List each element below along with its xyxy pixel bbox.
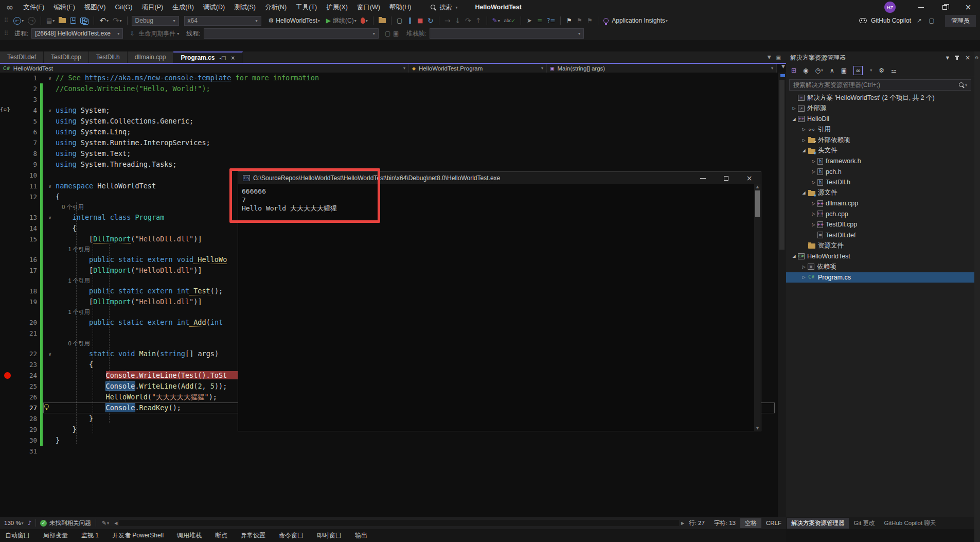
restart-button[interactable]: ↻ [426,15,435,26]
dock-tab-[interactable]: 调用堆栈 [177,531,202,540]
properties-wrench-icon[interactable]: ⚙ [879,67,884,74]
breakpoint-margin[interactable] [0,370,17,381]
breakpoint-margin[interactable] [0,424,17,435]
breadcrumb-segment[interactable]: ▣Main(string[] args)▾ [547,64,777,73]
close-button[interactable]: × [956,0,980,14]
breakpoint-icon[interactable] [4,372,11,379]
menu-item-N[interactable]: 分析(N) [260,0,291,14]
fold-margin[interactable]: ∨ [44,215,56,220]
breakpoint-margin[interactable] [0,170,17,181]
expand-arrow-icon[interactable]: ▷ [810,159,817,164]
prev-bookmark-icon[interactable]: ⚑ [575,15,583,26]
horizontal-scrollbar[interactable] [119,520,679,526]
tab-Program.cs[interactable]: Program.cs-□× [173,51,242,63]
breakpoint-margin[interactable] [0,127,17,137]
tree-item-[interactable]: ◢头文件 [786,146,974,156]
breakpoint-margin[interactable] [0,191,17,202]
tree-item-HelloWorldTest[interactable]: ◢C#HelloWorldTest [786,251,974,262]
tree-item-pchh[interactable]: ▷hpch.h [786,167,974,178]
breakpoint-margin[interactable] [0,403,17,413]
tree-item-HelloDll[interactable]: ◢++HelloDll [786,114,974,125]
menu-item-F[interactable]: 文件(F) [19,0,49,14]
next-bookmark-icon[interactable]: ⚑ [585,15,594,26]
menu-item-GitG[interactable]: Git(G) [110,0,137,14]
expand-arrow-icon[interactable]: ◢ [800,190,808,195]
float-window-icon[interactable]: ▣ [776,55,781,60]
save-all-button[interactable] [79,15,90,26]
code-line-4[interactable]: {▫}4∨using System; [0,105,777,116]
application-insights-button[interactable]: Application Insights ▾ [602,15,668,26]
expand-arrow-icon[interactable]: ▷ [800,265,808,269]
breakpoint-margin[interactable] [0,181,17,191]
fold-margin[interactable]: ∨ [44,108,56,113]
breakpoint-margin[interactable] [0,116,17,127]
breakpoint-margin[interactable] [0,359,17,370]
tree-item-[interactable]: ▷↗外部源 [786,103,974,114]
process-select[interactable]: [26648] HelloWorldTest.exe▾ [31,28,123,39]
redo-button[interactable]: ↷▾ [112,15,123,26]
menu-item-T[interactable]: 工具(T) [291,0,322,14]
tree-item-TestDlldef[interactable]: ≡TestDll.def [786,230,974,241]
menu-item-W[interactable]: 窗口(W) [352,0,385,14]
stop-button[interactable]: ■ [416,15,424,26]
menu-item-B[interactable]: 生成(B) [168,0,199,14]
breakpoint-margin[interactable] [0,276,17,286]
breakpoint-margin[interactable] [0,265,17,276]
startup-project-select[interactable]: ⚙ HelloWorldTest ▾ [268,15,321,26]
solution-platform-select[interactable]: x64▾ [184,16,261,26]
menu-item-D[interactable]: 调试(D) [199,0,229,14]
solution-configuration-select[interactable]: Debug▾ [132,16,179,26]
breakpoint-margin[interactable] [0,148,17,159]
tree-item-[interactable]: 资源文件 [786,240,974,251]
tree-item-[interactable]: ▷外部依赖项 [786,135,974,146]
breakpoint-margin[interactable] [0,392,17,403]
expand-arrow-icon[interactable]: ▷ [810,180,817,185]
dock-tab-[interactable]: 命令窗口 [279,531,304,540]
hscroll-left-arrow-icon[interactable]: ◀ [114,521,117,526]
breakpoint-margin[interactable] [0,286,17,296]
thread-select[interactable]: ▾ [204,28,379,39]
window-position-chevron-icon[interactable]: ▼ [946,56,949,60]
audio-icon[interactable]: ♪ [28,519,31,527]
undo-button[interactable]: ↶▾ [98,15,110,26]
dock-tab-[interactable]: 即时窗口 [317,531,342,540]
fold-margin[interactable]: ∨ [44,76,56,81]
share-icon[interactable]: ↗ [915,15,923,26]
dock-tab-[interactable]: 自动窗口 [5,531,30,540]
indentation-mode-indicator[interactable]: 空格 [740,518,761,528]
breakpoint-margin[interactable] [0,83,17,94]
tree-item-HelloWorldTest22[interactable]: ∞解决方案 'HelloWorldTest' (2 个项目, 共 2 个) [786,93,974,103]
right-edge-collapsed-panel[interactable]: ⚙ [974,51,980,542]
account-avatar[interactable]: HZ [884,2,896,13]
code-line-2[interactable]: 2//Console.WriteLine("Hello, World!"); [0,83,777,94]
code-line-9[interactable]: 9using System.Threading.Tasks; [0,159,777,170]
breakpoint-margin[interactable] [0,234,17,244]
pause-button[interactable]: ‖ [406,15,414,26]
close-icon[interactable]: × [231,55,235,61]
breakpoint-margin[interactable] [0,317,17,328]
stack-frame-select[interactable]: ▾ [430,28,584,39]
expand-arrow-icon[interactable]: ▷ [810,169,817,174]
breakpoint-margin[interactable] [0,381,17,392]
breadcrumb-segment[interactable]: C#HelloWorldTest▾ [0,64,409,73]
menu-item-P[interactable]: 项目(P) [137,0,168,14]
expand-arrow-icon[interactable]: ◢ [790,254,798,258]
zoom-level-select[interactable]: 130 % [4,520,21,526]
breakpoint-margin[interactable] [0,339,17,348]
breakpoint-margin[interactable] [0,348,17,359]
new-project-button[interactable]: ▤▾ [45,15,56,26]
expand-arrow-icon[interactable]: ▷ [790,106,798,111]
panel-tab-GitHubCopilot[interactable]: GitHub Copilot 聊天 [880,518,940,529]
navigate-back-button[interactable]: ←▾ [12,15,25,26]
breakpoint-margin[interactable] [0,307,17,317]
show-all-files-icon[interactable]: ⚍ [891,67,897,74]
open-folder-button[interactable] [58,15,67,26]
tree-item-[interactable]: ▷o-o引用 [786,125,974,135]
code-line-31[interactable]: 31 [0,446,777,457]
show-next-statement-icon[interactable]: → [443,15,452,26]
fold-margin[interactable]: ∨ [44,184,56,189]
minimize-button[interactable] [909,0,933,14]
spell-check-icon[interactable]: abc✓ [503,15,516,26]
code-line-30[interactable]: 30} [0,435,777,446]
breadcrumb-collapse-icon[interactable]: ▼ [781,64,785,69]
